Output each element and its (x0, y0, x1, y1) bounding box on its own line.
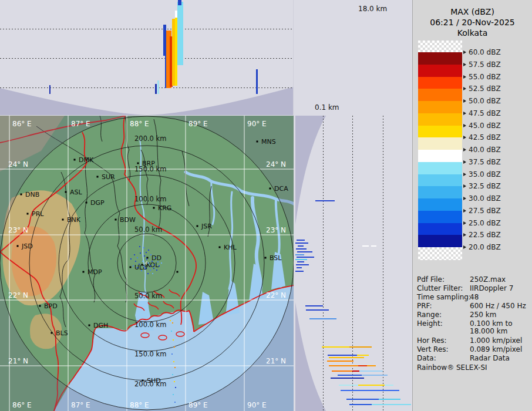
tick-arrow-icon (463, 112, 466, 115)
echo-pixel (137, 257, 138, 258)
tick-arrow-icon (463, 184, 466, 188)
top-height-projection-panel (0, 0, 294, 116)
color-swatch (418, 77, 462, 89)
echo-pixel (137, 267, 138, 268)
meta-value: IIRDoppler 7 (470, 284, 513, 292)
lat-label-right: 21° N (266, 357, 286, 365)
color-swatch (418, 89, 462, 101)
station-label-sur: SUR (102, 173, 115, 181)
lat-label-right: 22° N (266, 291, 286, 299)
meta-label: Pdf File: (417, 275, 445, 284)
station-label-dgp: DGP (90, 199, 105, 207)
echo-bar (332, 370, 352, 372)
scale-label: 60.0 dBZ (469, 48, 501, 56)
scale-label-row: 27.5 dBZ (463, 207, 501, 214)
echo-bar (372, 404, 411, 405)
echo-pixel (144, 255, 145, 257)
tick-arrow-icon (463, 209, 466, 213)
map-panel: 86° E86° E87° E87° E88° E88° E89° E89° E… (0, 116, 294, 411)
station-label-mns: MNS (261, 138, 276, 146)
tick-arrow-icon (463, 124, 466, 127)
echo-bar (305, 305, 323, 306)
echo-bar (49, 85, 50, 94)
echo-pixel (145, 268, 146, 269)
station-label-bpd: BPD (44, 302, 58, 310)
station-dot (39, 305, 41, 307)
software-brand: Rainbow® SELEX-SI (417, 363, 487, 372)
station-label-jsr: JSR (201, 223, 212, 230)
gridline (383, 116, 383, 411)
scale-label-row: 40.0 dBZ (463, 146, 501, 153)
echo-pixel (146, 258, 147, 260)
scale-label: 57.5 dBZ (469, 60, 501, 69)
tick-arrow-icon (463, 63, 466, 66)
scale-label: 32.5 dBZ (469, 182, 501, 190)
station-label-dmk: DMK (79, 156, 94, 164)
echo-pixel (146, 252, 147, 253)
color-swatch (418, 126, 462, 138)
echo-bar (295, 254, 304, 255)
color-swatch (418, 235, 462, 247)
station-dot (270, 188, 271, 190)
scale-label: 40.0 dBZ (469, 146, 501, 154)
station-dot (83, 271, 85, 273)
lon-label-bottom: 90° E (247, 401, 267, 409)
echo-pixel (142, 261, 143, 262)
echo-pixel (147, 273, 149, 274)
station-label-jsd: JSD (21, 242, 33, 250)
meta-value: 250 km (470, 311, 496, 319)
tick-arrow-icon (463, 50, 466, 54)
meta-label: Clutter Filter: (417, 284, 463, 292)
echo-pixel (161, 262, 162, 264)
echo-pixel (174, 346, 175, 348)
min-height-axis-label: 0.1 km (315, 103, 339, 112)
station-dot (86, 202, 87, 204)
echo-bar (322, 346, 349, 348)
lon-label-bottom: 86° E (12, 401, 32, 409)
tick-arrow-icon (463, 221, 466, 225)
right-height-projection-panel (295, 116, 411, 411)
echo-bar (328, 355, 357, 356)
lat-label-right: 23° N (266, 226, 286, 234)
meta-label: Hor Res: (417, 336, 447, 345)
scan-datetime: 06:21 / 20-Nov-2025 (413, 18, 532, 27)
tick-arrow-icon (463, 75, 466, 79)
echo-pixel (172, 374, 173, 375)
station-dot (51, 332, 53, 334)
station-dot (27, 213, 29, 215)
station-label-bsl: BSL (270, 254, 282, 262)
gridline (0, 29, 293, 29)
meta-label: Time sampling: (417, 293, 471, 301)
station-label-khl: KHL (224, 244, 237, 251)
scale-label: 25.0 dBZ (469, 219, 501, 227)
color-swatch (418, 101, 462, 113)
echo-bar (157, 80, 159, 94)
lon-label-top: 90° E (247, 120, 267, 128)
color-swatch (418, 137, 462, 150)
echo-bar (367, 365, 376, 366)
color-swatch (418, 198, 462, 211)
scale-label-row: 50.0 dBZ (463, 97, 501, 105)
echo-bar (297, 261, 304, 262)
scale-label-row: 30.0 dBZ (463, 195, 501, 202)
lon-label-top: 86° E (12, 120, 32, 128)
echo-bar (177, 2, 183, 65)
echo-bar (358, 365, 367, 366)
scale-label: 50.0 dBZ (469, 97, 501, 105)
meta-label: Vert Res: (417, 345, 449, 353)
echo-bar (298, 245, 304, 247)
color-swatch (418, 211, 462, 223)
color-swatch (418, 162, 462, 174)
scale-label: 22.5 dBZ (469, 231, 501, 239)
ring-distance-label: 150.0 km (134, 350, 166, 358)
lat-label-right: 24° N (266, 160, 286, 169)
scale-label-row: 52.5 dBZ (463, 85, 501, 92)
tick-arrow-icon (463, 233, 466, 237)
tick-arrow-icon (463, 197, 466, 200)
meta-label: PRF: (417, 302, 432, 310)
color-swatch-above-max (418, 41, 462, 52)
meta-value: 18.000 km (470, 327, 507, 335)
scale-label-row: 37.5 dBZ (463, 159, 501, 166)
gridline (352, 116, 353, 411)
echo-bar (358, 385, 385, 386)
